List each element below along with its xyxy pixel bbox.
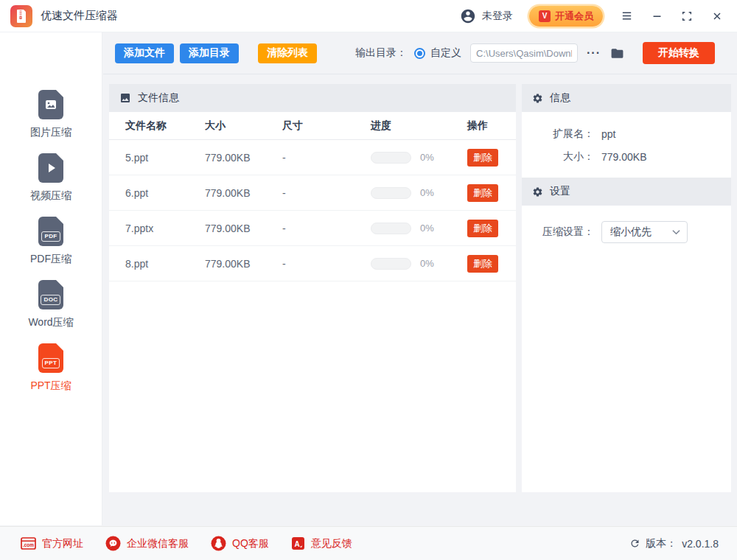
close-button[interactable] (710, 10, 724, 23)
maximize-button[interactable] (680, 10, 694, 23)
maximize-icon (681, 10, 693, 22)
delete-button[interactable]: 删除 (467, 149, 498, 167)
compress-setting-value: 缩小优先 (610, 225, 652, 239)
wechat-service-icon (105, 536, 121, 551)
table-row: 5.ppt 779.00KB - 0% 删除 (109, 140, 516, 175)
open-folder-button[interactable] (609, 46, 625, 60)
file-info-panel: 文件信息 文件名称 大小 尺寸 进度 操作 5.ppt 779.00KB - 0… (109, 84, 516, 492)
official-website-link[interactable]: .com 官方网址 (21, 537, 83, 550)
version-label: 版本： (646, 537, 677, 550)
svg-text:.com: .com (23, 542, 34, 547)
gear-icon (532, 186, 543, 197)
file-dimension: - (282, 152, 371, 164)
delete-button[interactable]: 删除 (467, 184, 498, 202)
sidebar-item-image-compress[interactable]: 图片压缩 (30, 90, 71, 139)
start-convert-button[interactable]: 开始转换 (643, 42, 715, 64)
col-progress: 进度 (371, 119, 467, 133)
feedback-label: 意见反馈 (311, 537, 352, 550)
sidebar: 图片压缩 视频压缩 PDF PDF压缩 DOC Word压缩 PPT PPT压缩 (0, 32, 102, 525)
file-table-body: 5.ppt 779.00KB - 0% 删除 6.ppt 779.00KB - … (109, 140, 516, 281)
file-size: 779.00KB (205, 223, 282, 234)
file-dimension: - (282, 223, 371, 234)
file-size: 779.00KB (205, 258, 282, 270)
file-dimension: - (282, 187, 371, 199)
menu-button[interactable] (620, 10, 633, 23)
right-panel: 信息 扩展名： ppt 大小： 779.00KB 设置 压缩设置： 缩小优先 (522, 84, 731, 492)
table-header: 文件名称 大小 尺寸 进度 操作 (109, 112, 516, 140)
minimize-button[interactable] (650, 10, 663, 23)
custom-radio[interactable] (414, 48, 425, 59)
official-website-label: 官方网址 (42, 537, 83, 550)
progress-percent: 0% (420, 223, 434, 234)
size-label: 大小： (522, 150, 594, 164)
refresh-icon[interactable] (629, 538, 640, 549)
video-file-icon (38, 153, 63, 183)
settings-title: 设置 (550, 185, 570, 198)
file-name: 5.ppt (125, 152, 205, 164)
feedback-link[interactable]: A 意见反馈 (291, 536, 352, 550)
wechat-service-link[interactable]: 企业微信客服 (105, 536, 189, 551)
add-file-button[interactable]: 添加文件 (115, 43, 174, 63)
delete-button[interactable]: 删除 (467, 220, 498, 237)
progress-percent: 0% (420, 258, 434, 269)
feedback-icon: A (291, 536, 305, 550)
qq-service-link[interactable]: QQ客服 (211, 536, 269, 551)
website-com-icon: .com (21, 537, 36, 550)
file-dimension: - (282, 258, 371, 270)
settings-header: 设置 (522, 178, 731, 206)
info-title: 信息 (550, 91, 570, 105)
pdf-file-icon: PDF (38, 217, 63, 246)
ppt-file-icon: PPT (38, 343, 63, 373)
open-vip-button[interactable]: V 开通会员 (529, 6, 603, 27)
file-name: 8.ppt (125, 258, 205, 270)
minimize-icon (651, 10, 663, 22)
svg-text:A: A (294, 540, 299, 548)
gear-icon (532, 93, 543, 104)
user-avatar-icon[interactable] (460, 8, 476, 24)
add-directory-button[interactable]: 添加目录 (180, 43, 239, 63)
file-info-header: 文件信息 (109, 84, 516, 112)
compress-setting-select[interactable]: 缩小优先 (601, 221, 688, 243)
info-body: 扩展名： ppt 大小： 779.00KB (522, 112, 731, 178)
file-info-title: 文件信息 (138, 91, 179, 105)
play-icon (49, 164, 55, 172)
sidebar-item-ppt-compress[interactable]: PPT PPT压缩 (30, 343, 71, 393)
settings-body: 压缩设置： 缩小优先 (522, 206, 731, 253)
progress-bar (371, 187, 411, 199)
sidebar-item-word-compress[interactable]: DOC Word压缩 (28, 280, 73, 329)
sidebar-item-label: 图片压缩 (30, 126, 71, 139)
size-value: 779.00KB (601, 151, 647, 163)
wechat-service-label: 企业微信客服 (127, 537, 189, 550)
image-panel-icon (119, 92, 131, 104)
output-directory-group: 输出目录： 自定义 ··· 开始转换 (355, 42, 715, 64)
col-action: 操作 (467, 119, 516, 133)
vip-button-label: 开通会员 (555, 10, 593, 23)
progress-bar (371, 258, 411, 270)
browse-more-button[interactable]: ··· (585, 46, 602, 60)
progress-percent: 0% (420, 187, 434, 198)
image-file-icon (38, 90, 63, 119)
table-row: 7.pptx 779.00KB - 0% 删除 (109, 211, 516, 246)
hamburger-icon (621, 10, 633, 22)
file-size: 779.00KB (205, 152, 282, 164)
output-path-input[interactable] (470, 43, 578, 63)
doc-file-icon: DOC (38, 280, 63, 309)
col-size: 大小 (205, 119, 282, 133)
file-name: 6.ppt (125, 187, 205, 199)
app-logo-icon (10, 5, 32, 27)
delete-button[interactable]: 删除 (467, 255, 498, 273)
clear-list-button[interactable]: 清除列表 (258, 43, 317, 63)
radio-dot (417, 51, 422, 56)
login-status[interactable]: 未登录 (482, 10, 513, 23)
table-row: 8.ppt 779.00KB - 0% 删除 (109, 246, 516, 281)
sidebar-item-label: 视频压缩 (30, 189, 71, 203)
chevron-down-icon (672, 229, 680, 235)
sidebar-item-pdf-compress[interactable]: PDF PDF压缩 (30, 217, 71, 266)
sidebar-item-video-compress[interactable]: 视频压缩 (30, 153, 71, 203)
sidebar-item-label: PDF压缩 (30, 253, 71, 266)
version-value: v2.0.1.8 (682, 538, 719, 550)
folder-icon (609, 46, 625, 60)
version-group: 版本：v2.0.1.8 (629, 537, 719, 550)
close-icon (711, 10, 723, 22)
footer: .com 官方网址 企业微信客服 QQ客服 A 意见反馈 版本：v2.0.1.8 (0, 526, 737, 560)
